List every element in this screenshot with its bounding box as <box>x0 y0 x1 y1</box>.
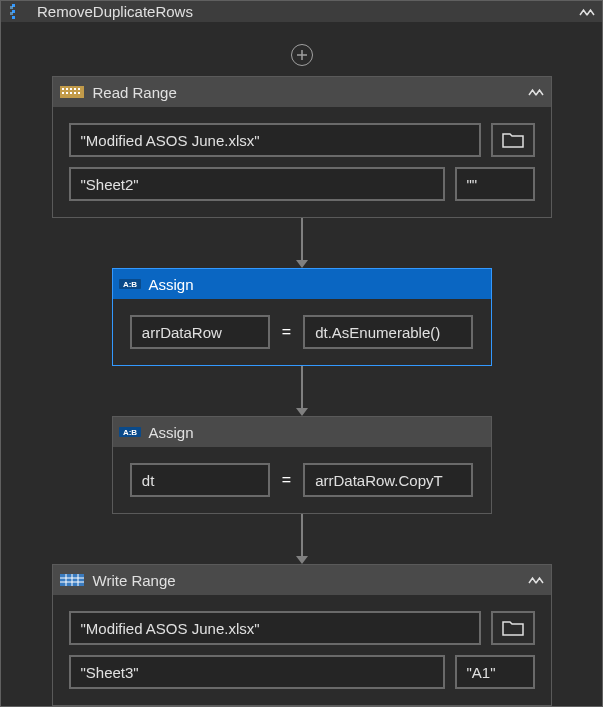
svg-rect-1 <box>10 6 13 9</box>
svg-rect-3 <box>10 12 13 15</box>
assign-header[interactable]: A:B Assign <box>113 417 491 447</box>
sheet-name-input[interactable]: "Sheet2" <box>69 167 445 201</box>
write-range-header[interactable]: Write Range <box>53 565 551 595</box>
svg-rect-13 <box>70 92 72 94</box>
svg-rect-7 <box>66 88 68 90</box>
svg-text:A:B: A:B <box>122 428 136 437</box>
root-sequence-container: RemoveDuplicateRows Read Range <box>0 0 603 707</box>
svg-rect-14 <box>74 92 76 94</box>
browse-file-button[interactable] <box>491 611 535 645</box>
svg-rect-12 <box>66 92 68 94</box>
read-range-activity[interactable]: Read Range "Modified ASOS June.xlsx" "Sh… <box>52 76 552 218</box>
assign-activity-2[interactable]: A:B Assign dt = arrDataRow.CopyT <box>112 416 492 514</box>
collapse-icon[interactable] <box>527 571 545 589</box>
assign-to-input[interactable]: dt <box>130 463 270 497</box>
browse-file-button[interactable] <box>491 123 535 157</box>
svg-rect-8 <box>70 88 72 90</box>
excel-write-icon <box>59 570 85 590</box>
write-range-activity[interactable]: Write Range "Modified ASOS June.xlsx" "S… <box>52 564 552 706</box>
folder-icon <box>502 132 524 148</box>
assign-body: dt = arrDataRow.CopyT <box>113 447 491 513</box>
sequence-body: Read Range "Modified ASOS June.xlsx" "Sh… <box>1 22 602 706</box>
write-range-title: Write Range <box>93 572 519 589</box>
assign-title: Assign <box>149 424 485 441</box>
read-range-title: Read Range <box>93 84 519 101</box>
svg-rect-11 <box>62 92 64 94</box>
svg-rect-9 <box>74 88 76 90</box>
folder-icon <box>502 620 524 636</box>
sequence-title: RemoveDuplicateRows <box>37 3 570 20</box>
read-range-header[interactable]: Read Range <box>53 77 551 107</box>
equals-sign: = <box>280 323 293 341</box>
range-input[interactable]: "" <box>455 167 535 201</box>
file-path-input[interactable]: "Modified ASOS June.xlsx" <box>69 123 481 157</box>
assign-to-input[interactable]: arrDataRow <box>130 315 270 349</box>
collapse-icon[interactable] <box>527 83 545 101</box>
flow-arrow <box>296 514 308 564</box>
collapse-icon[interactable] <box>578 3 596 21</box>
write-range-body: "Modified ASOS June.xlsx" "Sheet3" "A1" <box>53 595 551 705</box>
svg-rect-10 <box>78 88 80 90</box>
sequence-icon <box>7 3 29 21</box>
assign-body: arrDataRow = dt.AsEnumerable() <box>113 299 491 365</box>
read-range-body: "Modified ASOS June.xlsx" "Sheet2" "" <box>53 107 551 217</box>
equals-sign: = <box>280 471 293 489</box>
range-input[interactable]: "A1" <box>455 655 535 689</box>
flow-arrow <box>296 218 308 268</box>
svg-rect-4 <box>12 16 15 19</box>
assign-value-input[interactable]: dt.AsEnumerable() <box>303 315 473 349</box>
assign-activity-1[interactable]: A:B Assign arrDataRow = dt.AsEnumerable(… <box>112 268 492 366</box>
assign-title: Assign <box>149 276 485 293</box>
add-activity-button[interactable] <box>291 44 313 66</box>
excel-read-icon <box>59 82 85 102</box>
assign-icon: A:B <box>119 423 141 441</box>
svg-text:A:B: A:B <box>122 280 136 289</box>
assign-value-input[interactable]: arrDataRow.CopyT <box>303 463 473 497</box>
file-path-input[interactable]: "Modified ASOS June.xlsx" <box>69 611 481 645</box>
flow-arrow <box>296 366 308 416</box>
sequence-header[interactable]: RemoveDuplicateRows <box>1 1 602 22</box>
assign-header[interactable]: A:B Assign <box>113 269 491 299</box>
assign-icon: A:B <box>119 275 141 293</box>
svg-rect-6 <box>62 88 64 90</box>
sheet-name-input[interactable]: "Sheet3" <box>69 655 445 689</box>
svg-rect-15 <box>78 92 80 94</box>
